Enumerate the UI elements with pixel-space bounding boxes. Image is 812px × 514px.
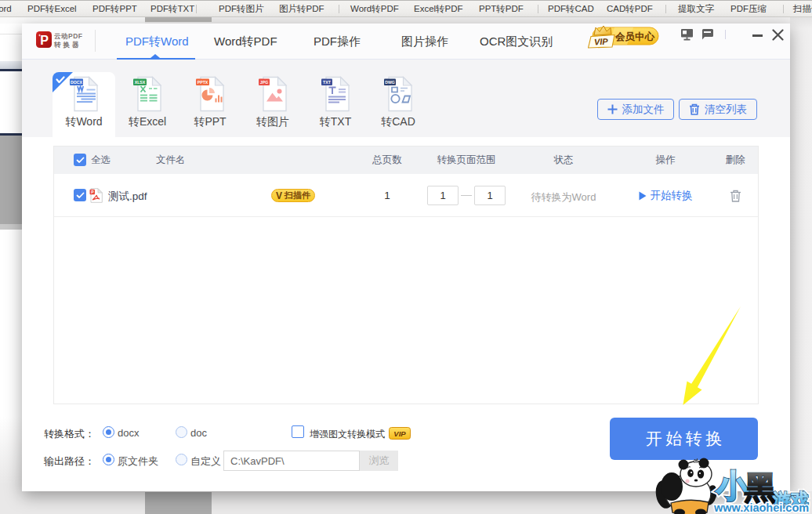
app-logo-text: 云动PDF 转换器 — [54, 32, 83, 49]
screen-share-icon[interactable] — [681, 29, 694, 41]
tab-separator — [339, 5, 339, 13]
background-window-fragment — [145, 492, 212, 514]
close-button[interactable] — [772, 29, 784, 41]
nav-pdf-operations[interactable]: PDF操作 — [314, 24, 361, 59]
doc-cad-icon: DWG — [382, 76, 414, 112]
row-delete-button[interactable] — [704, 190, 767, 205]
tab-pdf-to-ppt[interactable]: PDF转PPT — [92, 1, 137, 17]
enhance-mode-label: 增强图文转换模式 — [310, 428, 385, 441]
bg-dark-line — [0, 69, 22, 71]
format-tile-word[interactable]: DOCX 转Word — [53, 72, 115, 137]
radio-source-folder-label[interactable]: 原文件夹 — [118, 454, 158, 469]
check-icon — [76, 192, 85, 199]
tab-pdf-to-image[interactable]: PDF转图片 — [219, 1, 264, 17]
header-select-all: 全选 — [91, 147, 111, 174]
site-watermark: 小 黑 游戏 小 黑 游戏 小 黑 游戏 www.xiaohei.com www… — [654, 450, 812, 514]
format-tile-image[interactable]: JPG 转图片 — [241, 72, 304, 137]
output-path-label: 输出路径： — [44, 454, 95, 469]
tab-excel-to-pdf[interactable]: Excel转PDF — [414, 1, 463, 17]
radio-docx[interactable] — [103, 426, 114, 438]
format-tile-label: 转PPT — [179, 115, 241, 129]
header-page-range: 转换页面范围 — [419, 147, 513, 174]
output-path-input[interactable] — [223, 451, 360, 471]
browse-button[interactable]: 浏览 — [360, 451, 398, 471]
tab-pdf-to-cad[interactable]: PDF转CAD — [548, 1, 594, 17]
tab-separator — [196, 5, 197, 13]
tab-separator — [665, 5, 666, 13]
select-all-checkbox[interactable] — [74, 154, 86, 166]
tab-image-to-pdf[interactable]: 图片转PDF — [279, 1, 324, 17]
tab-word-to-pdf[interactable]: Word转PDF — [350, 1, 399, 17]
format-tile-ppt[interactable]: PPTX 转PPT — [179, 72, 241, 137]
radio-custom[interactable] — [176, 454, 187, 465]
background-window-fragment — [145, 17, 212, 22]
svg-text:VIP: VIP — [594, 37, 609, 47]
format-label: 转换格式： — [44, 427, 95, 441]
panda-mascot — [654, 458, 719, 514]
header-separator — [95, 30, 96, 52]
nav-ocr[interactable]: OCR图文识别 — [480, 24, 553, 59]
format-tile-txt[interactable]: TXT 转TXT — [304, 72, 367, 137]
watermark-brand-text: 小 黑 游戏 小 黑 游戏 小 黑 游戏 www.xiaohei.com www… — [713, 469, 809, 514]
app-header: P 云动PDF 转换器 PDF转Word Word转PDF PDF操作 图片操作… — [22, 24, 790, 60]
annotation-arrow — [674, 302, 749, 411]
header-pages: 总页数 — [356, 147, 419, 174]
table-header: 全选 文件名 总页数 转换页面范围 状态 操作 删除 — [54, 147, 758, 174]
vip-member-button[interactable]: 会员中心 VIP — [588, 25, 683, 53]
doc-txt-icon: TXT — [320, 76, 351, 112]
range-start-input[interactable] — [427, 186, 459, 205]
pdf-file-icon: P — [89, 188, 103, 203]
enhance-mode-checkbox[interactable] — [292, 425, 304, 438]
feedback-chat-icon[interactable] — [701, 29, 713, 40]
tab-ppt-to-pdf[interactable]: PPT转PDF — [479, 1, 524, 17]
file-name: 测试.pdf — [108, 190, 147, 204]
tab-scan[interactable]: 扫描件 — [793, 1, 812, 17]
scanned-badge: V 扫描件 — [271, 189, 315, 202]
check-icon — [76, 157, 85, 164]
format-tile-label: 转Excel — [116, 115, 179, 129]
tab-cad-to-pdf[interactable]: CAD转PDF — [607, 1, 653, 17]
tab-separator — [538, 5, 538, 13]
format-tile-cad[interactable]: DWG 转CAD — [367, 72, 430, 137]
start-convert-link[interactable]: 开始转换 — [626, 174, 705, 217]
radio-docx-label[interactable]: docx — [118, 427, 139, 439]
tab-pdf-to-excel[interactable]: PDF转Excel — [27, 1, 77, 17]
bg-line — [0, 34, 22, 34]
logo-line2: 转换器 — [54, 41, 83, 49]
radio-doc-label[interactable]: doc — [190, 427, 207, 439]
format-tile-excel[interactable]: XLSX 转Excel — [116, 72, 179, 137]
doc-word-icon: DOCX — [68, 76, 100, 112]
svg-text:PPTX: PPTX — [198, 80, 208, 85]
play-icon — [639, 191, 647, 201]
tab-pdf-to-txt[interactable]: PDF转TXT — [150, 1, 194, 17]
add-files-button[interactable]: 添加文件 — [597, 99, 674, 120]
nav-word-to-pdf[interactable]: Word转PDF — [214, 24, 277, 59]
trash-icon — [730, 190, 741, 202]
header-separator — [725, 30, 726, 39]
minimize-button[interactable] — [752, 34, 763, 37]
tab-pdf-to-word[interactable]: PDF转Word — [0, 1, 12, 17]
active-tab-pointer — [150, 54, 160, 58]
radio-doc[interactable] — [176, 426, 187, 438]
trash-icon — [689, 103, 700, 115]
tab-pdf-compress[interactable]: PDF压缩 — [730, 1, 767, 17]
radio-custom-label[interactable]: 自定义 — [190, 454, 221, 469]
doc-excel-icon: XLSX — [132, 76, 163, 112]
svg-text:VIP: VIP — [393, 429, 406, 438]
clear-list-button[interactable]: 清空列表 — [679, 99, 757, 120]
badge-v-mark: V — [276, 190, 282, 201]
tab-extract-text[interactable]: 提取文字 — [678, 1, 714, 17]
row-checkbox[interactable] — [74, 189, 86, 201]
logo-line1: 云动PDF — [54, 32, 83, 41]
svg-text:黑: 黑 — [745, 470, 776, 505]
radio-source-folder[interactable] — [103, 454, 114, 465]
browser-tab-bar: PDF转Word PDF转Excel PDF转PPT PDF转TXT PDF转图… — [0, 0, 812, 17]
page-count: 1 — [356, 190, 419, 201]
tab-separator — [783, 5, 784, 13]
format-tabs-band: DOCX 转Word XLSX 转Excel — [22, 60, 790, 137]
nav-image-operations[interactable]: 图片操作 — [401, 24, 448, 59]
doc-ppt-icon: PPTX — [194, 76, 226, 112]
app-logo-icon: P — [36, 31, 52, 48]
range-end-input[interactable] — [474, 186, 506, 205]
vip-mini-badge: VIP — [389, 427, 411, 440]
